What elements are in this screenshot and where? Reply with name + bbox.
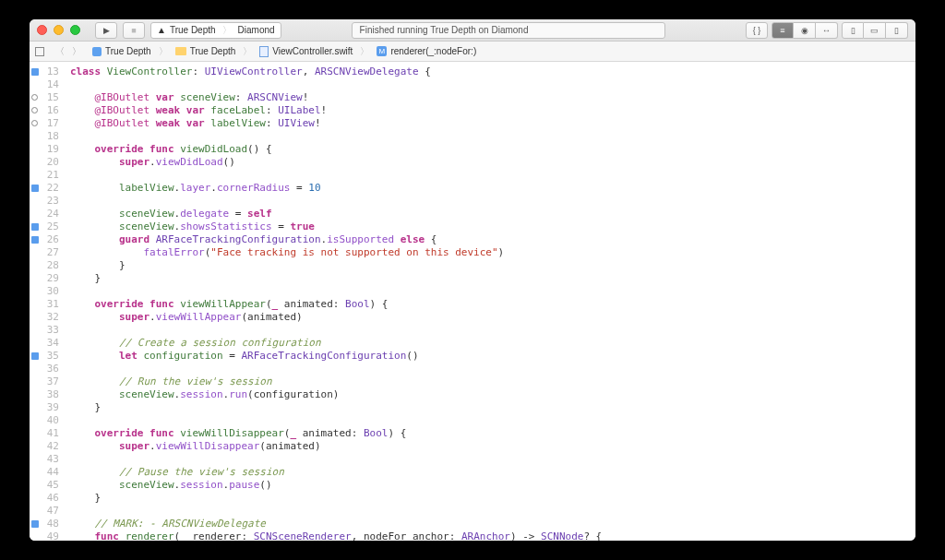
line-number[interactable]: 46 bbox=[30, 492, 59, 505]
line-number[interactable]: 29 bbox=[30, 272, 59, 285]
code-line[interactable]: guard ARFaceTrackingConfiguration.isSupp… bbox=[70, 233, 915, 246]
code-line[interactable]: sceneView.session.run(configuration) bbox=[70, 388, 915, 401]
code-line[interactable]: labelView.layer.cornerRadius = 10 bbox=[70, 182, 915, 195]
breakpoint-marker-icon[interactable] bbox=[31, 352, 39, 360]
outlet-marker-icon[interactable] bbox=[31, 94, 38, 101]
code-line[interactable]: } bbox=[70, 272, 915, 285]
line-number[interactable]: 13 bbox=[30, 66, 59, 78]
code-line[interactable]: // MARK: - ARSCNViewDelegate bbox=[70, 518, 915, 530]
code-line[interactable]: sceneView.delegate = self bbox=[70, 208, 915, 220]
code-line[interactable] bbox=[70, 324, 915, 337]
code-line[interactable]: override func viewWillDisappear(_ animat… bbox=[70, 427, 915, 440]
line-number[interactable]: 35 bbox=[30, 350, 59, 363]
version-editor-button[interactable]: ↔ bbox=[816, 22, 838, 39]
line-number[interactable]: 20 bbox=[30, 156, 59, 169]
line-number[interactable]: 28 bbox=[30, 259, 59, 272]
code-line[interactable]: @IBOutlet var sceneView: ARSCNView! bbox=[70, 91, 915, 104]
crumb-symbol[interactable]: M renderer(_:nodeFor:) bbox=[377, 46, 476, 56]
code-area[interactable]: class ViewController: UIViewController, … bbox=[65, 62, 915, 541]
breakpoint-marker-icon[interactable] bbox=[31, 68, 39, 76]
line-number[interactable]: 33 bbox=[30, 324, 59, 337]
minimize-window-button[interactable] bbox=[54, 25, 64, 35]
code-line[interactable]: } bbox=[70, 401, 915, 414]
scheme-selector[interactable]: ▲ True Depth 〉 Diamond bbox=[150, 22, 281, 39]
assistant-editor-button[interactable]: ◉ bbox=[794, 22, 816, 39]
line-number[interactable]: 30 bbox=[30, 285, 59, 298]
line-number[interactable]: 19 bbox=[30, 143, 59, 156]
code-line[interactable] bbox=[70, 130, 915, 143]
toggle-inspector-button[interactable]: ▯ bbox=[886, 22, 908, 39]
outlet-marker-icon[interactable] bbox=[31, 107, 38, 113]
line-number[interactable]: 34 bbox=[30, 337, 59, 350]
close-window-button[interactable] bbox=[37, 25, 47, 35]
related-items-icon[interactable] bbox=[35, 47, 44, 56]
line-number[interactable]: 17 bbox=[30, 117, 59, 130]
crumb-project[interactable]: True Depth bbox=[92, 46, 151, 56]
code-line[interactable]: sceneView.session.pause() bbox=[70, 479, 915, 492]
line-number[interactable]: 37 bbox=[30, 375, 59, 388]
breakpoint-marker-icon[interactable] bbox=[31, 185, 39, 192]
line-number[interactable]: 31 bbox=[30, 298, 59, 311]
code-line[interactable]: fatalError("Face tracking is not support… bbox=[70, 246, 915, 259]
breakpoint-marker-icon[interactable] bbox=[31, 223, 39, 231]
code-line[interactable] bbox=[70, 195, 915, 208]
code-line[interactable] bbox=[70, 78, 915, 91]
line-number[interactable]: 44 bbox=[30, 466, 59, 479]
code-line[interactable] bbox=[70, 363, 915, 375]
run-button[interactable]: ▶ bbox=[95, 22, 117, 39]
library-button[interactable]: { } bbox=[746, 22, 768, 39]
line-number[interactable]: 24 bbox=[30, 208, 59, 220]
line-number[interactable]: 26 bbox=[30, 233, 59, 246]
stop-button[interactable]: ■ bbox=[123, 22, 145, 39]
line-number[interactable]: 45 bbox=[30, 479, 59, 492]
code-line[interactable]: // Pause the view's session bbox=[70, 466, 915, 479]
line-number[interactable]: 49 bbox=[30, 530, 59, 541]
code-line[interactable]: super.viewWillAppear(animated) bbox=[70, 311, 915, 324]
code-line[interactable] bbox=[70, 505, 915, 518]
code-line[interactable]: // Run the view's session bbox=[70, 375, 915, 388]
code-line[interactable]: override func viewDidLoad() { bbox=[70, 143, 915, 156]
breakpoint-marker-icon[interactable] bbox=[31, 520, 39, 528]
code-line[interactable]: func renderer(_ renderer: SCNSceneRender… bbox=[70, 530, 915, 541]
line-number[interactable]: 47 bbox=[30, 505, 59, 518]
code-line[interactable]: @IBOutlet weak var labelView: UIView! bbox=[70, 117, 915, 130]
line-number[interactable]: 36 bbox=[30, 363, 59, 375]
line-number[interactable]: 25 bbox=[30, 220, 59, 233]
code-line[interactable]: super.viewWillDisappear(animated) bbox=[70, 440, 915, 453]
line-number[interactable]: 32 bbox=[30, 311, 59, 324]
line-number[interactable]: 15 bbox=[30, 91, 59, 104]
line-number[interactable]: 16 bbox=[30, 104, 59, 117]
line-number[interactable]: 48 bbox=[30, 518, 59, 530]
code-line[interactable]: } bbox=[70, 492, 915, 505]
line-number[interactable]: 21 bbox=[30, 169, 59, 182]
line-number[interactable]: 40 bbox=[30, 414, 59, 427]
code-line[interactable]: override func viewWillAppear(_ animated:… bbox=[70, 298, 915, 311]
crumb-file[interactable]: ViewController.swift bbox=[259, 46, 353, 57]
code-line[interactable]: class ViewController: UIViewController, … bbox=[70, 66, 915, 78]
line-number[interactable]: 18 bbox=[30, 130, 59, 143]
line-number-gutter[interactable]: 1314151617181920212223242526272829303132… bbox=[30, 62, 65, 541]
code-line[interactable]: // Create a session configuration bbox=[70, 337, 915, 350]
line-number[interactable]: 39 bbox=[30, 401, 59, 414]
line-number[interactable]: 43 bbox=[30, 453, 59, 466]
zoom-window-button[interactable] bbox=[70, 25, 80, 35]
code-line[interactable] bbox=[70, 285, 915, 298]
toggle-navigator-button[interactable]: ▯ bbox=[842, 22, 864, 39]
nav-forward-button[interactable]: 〉 bbox=[72, 45, 81, 58]
code-line[interactable] bbox=[70, 453, 915, 466]
code-line[interactable] bbox=[70, 414, 915, 427]
breakpoint-marker-icon[interactable] bbox=[31, 236, 39, 244]
line-number[interactable]: 14 bbox=[30, 78, 59, 91]
line-number[interactable]: 41 bbox=[30, 427, 59, 440]
line-number[interactable]: 23 bbox=[30, 195, 59, 208]
code-line[interactable]: } bbox=[70, 259, 915, 272]
code-line[interactable]: let configuration = ARFaceTrackingConfig… bbox=[70, 350, 915, 363]
line-number[interactable]: 22 bbox=[30, 182, 59, 195]
code-line[interactable]: @IBOutlet weak var faceLabel: UILabel! bbox=[70, 104, 915, 117]
line-number[interactable]: 42 bbox=[30, 440, 59, 453]
code-line[interactable]: super.viewDidLoad() bbox=[70, 156, 915, 169]
source-editor[interactable]: 1314151617181920212223242526272829303132… bbox=[30, 62, 915, 541]
line-number[interactable]: 27 bbox=[30, 246, 59, 259]
nav-back-button[interactable]: 〈 bbox=[55, 45, 65, 58]
outlet-marker-icon[interactable] bbox=[31, 120, 38, 126]
